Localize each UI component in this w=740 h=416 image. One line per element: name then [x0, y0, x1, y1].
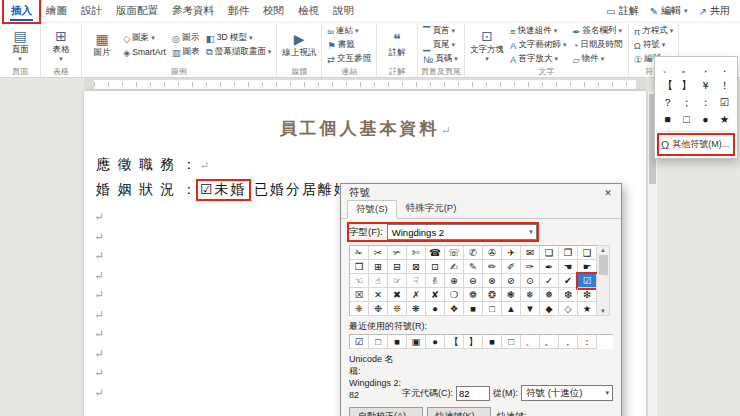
selected-symbol-cell[interactable]: ☑ [578, 274, 597, 288]
charcode-input[interactable] [456, 386, 490, 401]
recent-symbol-cell[interactable]: 【 [445, 335, 464, 349]
popup-symbol-cell[interactable]: ￥ [696, 77, 715, 94]
grid-scrollbar-thumb[interactable] [599, 255, 608, 275]
ribbon-button-圖片[interactable]: ▦圖片 [85, 24, 119, 66]
symbol-cell[interactable]: ✗ [407, 288, 426, 302]
symbol-cell[interactable]: ☚ [559, 260, 578, 274]
ribbon-button-螢幕擷取畫面[interactable]: ⧉螢幕擷取畫面▾ [204, 46, 273, 59]
recent-symbol-cell[interactable]: ■ [483, 335, 502, 349]
symbol-cell[interactable]: ● [426, 302, 445, 316]
ribbon-button-物件[interactable]: ▱物件▾ [570, 53, 624, 66]
symbol-cell[interactable]: ☝ [369, 274, 388, 288]
titlebar-action-comments[interactable]: ▭註解 [606, 4, 638, 18]
ribbon-tab-郵件[interactable]: 郵件 [221, 0, 256, 22]
symbol-cell[interactable]: □ [483, 302, 502, 316]
scroll-up-icon[interactable]: ▲ [600, 247, 606, 253]
scroll-down-icon[interactable]: ▼ [600, 308, 606, 314]
popup-symbol-cell[interactable]: 、 [658, 60, 677, 77]
ribbon-tab-參考資料[interactable]: 參考資料 [165, 0, 221, 22]
symbol-cell[interactable]: ⊠ [407, 260, 426, 274]
popup-symbol-cell[interactable]: ； [677, 94, 696, 111]
popup-symbol-cell[interactable]: ☑ [715, 94, 734, 111]
symbol-cell[interactable]: ◆ [540, 302, 559, 316]
ribbon-button-註解[interactable]: ❝註解 [380, 24, 414, 66]
symbol-cell[interactable]: ☏ [445, 246, 464, 260]
popup-symbol-cell[interactable]: ● [696, 111, 715, 128]
ribbon-button-文字藝術師[interactable]: A文字藝術師▾ [508, 39, 568, 52]
ribbon-button-頁碼[interactable]: №頁碼▾ [421, 53, 460, 66]
symbol-cell[interactable]: ❈ [350, 302, 369, 316]
popup-symbol-cell[interactable]: ？ [658, 94, 677, 111]
ribbon-button-首字放大[interactable]: A首字放大▾ [508, 53, 568, 66]
recent-symbol-cell[interactable]: 。 [540, 335, 559, 349]
ribbon-button-快速組件[interactable]: ≡快速組件▾ [508, 25, 568, 38]
ribbon-button-圖案[interactable]: ◇圖案▾ [121, 32, 168, 45]
symbol-cell[interactable]: ❇ [578, 288, 597, 302]
recent-symbol-cell[interactable]: □ [369, 335, 388, 349]
symbol-cell[interactable]: ❊ [388, 302, 407, 316]
symbol-cell[interactable]: ⊗ [483, 274, 502, 288]
grid-scrollbar[interactable]: ▲ ▼ [597, 245, 610, 316]
symbol-cell[interactable]: ⊖ [464, 274, 483, 288]
ribbon-button-符號[interactable]: Ω符號▾ [632, 39, 676, 52]
symbol-cell[interactable]: ★ [578, 302, 597, 316]
ribbon-tab-校閱[interactable]: 校閱 [256, 0, 291, 22]
symbol-cell[interactable]: ❏ [540, 246, 559, 260]
symbol-cell[interactable]: ◇ [559, 302, 578, 316]
symbol-cell[interactable]: ✕ [369, 288, 388, 302]
ribbon-button-頁面[interactable]: ▤頁面▾ [3, 24, 37, 66]
shortcut-key-button[interactable]: 快速鍵(K)... [427, 407, 492, 416]
popup-symbol-cell[interactable]: 【 [658, 77, 677, 94]
symbol-cell[interactable]: ❆ [559, 288, 578, 302]
symbol-cell[interactable]: ⊟ [388, 260, 407, 274]
symbol-cell[interactable]: ✈ [502, 246, 521, 260]
ribbon-button-SmartArt[interactable]: ◈SmartArt [121, 46, 168, 59]
symbol-cell[interactable]: ❒ [350, 260, 369, 274]
popup-symbol-cell[interactable]: ： [696, 94, 715, 111]
symbol-cell[interactable]: ❂ [483, 288, 502, 302]
symbol-cell[interactable]: ❍ [445, 288, 464, 302]
recent-symbol-cell[interactable]: 、 [521, 335, 540, 349]
symbol-cell[interactable]: ☜ [350, 274, 369, 288]
popup-symbol-cell[interactable]: ★ [715, 111, 734, 128]
symbol-cell[interactable]: ☎ [426, 246, 445, 260]
symbol-cell[interactable]: ❃ [502, 288, 521, 302]
font-select[interactable]: Wingdings 2▾ [387, 224, 537, 240]
symbol-cell[interactable]: ✉ [521, 246, 540, 260]
symbol-cell[interactable]: ☒ [350, 288, 369, 302]
symbol-cell[interactable]: ✆ [464, 246, 483, 260]
recent-symbol-cell[interactable]: ， [559, 335, 578, 349]
ribbon-button-表格[interactable]: ⊞表格▾ [44, 24, 78, 66]
symbol-cell[interactable]: ⊞ [369, 260, 388, 274]
symbol-cell[interactable]: ❄ [521, 288, 540, 302]
symbol-cell[interactable]: ❋ [407, 302, 426, 316]
close-icon[interactable]: ✕ [595, 184, 621, 202]
titlebar-action-editing[interactable]: ✎編輯▾ [650, 4, 688, 18]
symbol-cell[interactable]: ✍ [445, 260, 464, 274]
more-symbols-menu-item[interactable]: Ω 其他符號(M)... [659, 135, 733, 154]
ribbon-tab-繪圖[interactable]: 繪圖 [39, 0, 74, 22]
symbol-cell[interactable]: ✇ [483, 246, 502, 260]
symbol-cell[interactable]: ❅ [540, 288, 559, 302]
symbol-cell[interactable]: ✖ [388, 288, 407, 302]
symbol-cell[interactable]: ❐ [559, 246, 578, 260]
symbol-cell[interactable]: ❑ [578, 246, 597, 260]
ribbon-button-簽名欄列[interactable]: ✒簽名欄列▾ [570, 25, 624, 38]
recent-symbol-cell[interactable]: ● [426, 335, 445, 349]
popup-symbol-cell[interactable]: ■ [658, 111, 677, 128]
symbol-cell[interactable]: ✁ [350, 246, 369, 260]
symbol-cell[interactable]: ✒ [540, 260, 559, 274]
ribbon-tab-版面配置[interactable]: 版面配置 [109, 0, 165, 22]
symbol-cell[interactable]: ✏ [483, 260, 502, 274]
symbol-cell[interactable]: ✓ [540, 274, 559, 288]
ribbon-tab-檢視[interactable]: 檢視 [291, 0, 326, 22]
symbol-cell[interactable]: ✄ [407, 246, 426, 260]
ribbon-button-頁尾[interactable]: ▁頁尾▾ [421, 39, 460, 52]
recent-symbol-cell[interactable]: 】 [464, 335, 483, 349]
ribbon-tab-插入[interactable]: 插入 [4, 0, 39, 22]
ribbon-button-書籤[interactable]: ⚑書籤 [325, 39, 373, 52]
symbol-cell[interactable]: ☟ [407, 274, 426, 288]
symbol-cell[interactable]: ⊙ [521, 274, 540, 288]
popup-symbol-cell[interactable]: ， [696, 60, 715, 77]
symbol-cell[interactable]: ☛ [578, 260, 597, 274]
